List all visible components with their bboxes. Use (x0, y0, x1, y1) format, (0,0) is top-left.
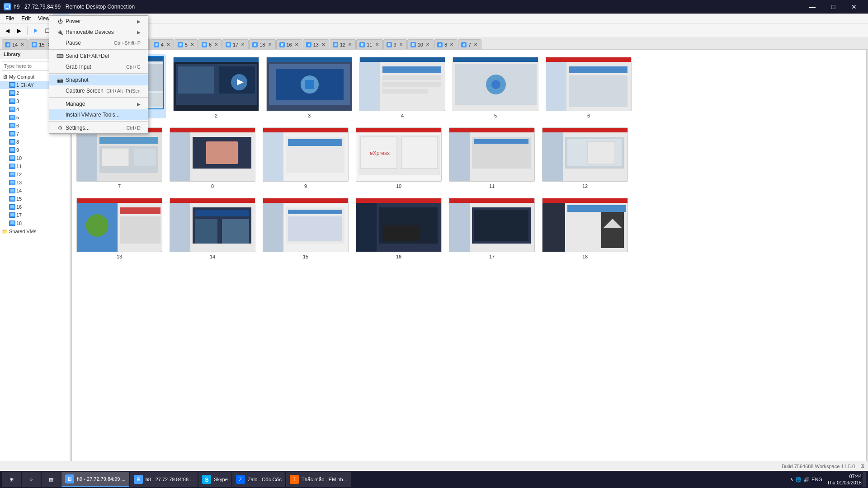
menu-settings[interactable]: ⚙ Settings... Ctrl+D (49, 122, 148, 133)
tab-close-17[interactable]: ✕ (240, 42, 245, 47)
svg-rect-2 (6, 9, 9, 9)
maximize-button[interactable]: □ (823, 0, 844, 14)
task-view-button[interactable]: ▦ (42, 472, 61, 487)
tab-13[interactable]: 🖥 13 ✕ (303, 39, 329, 49)
tab-14[interactable]: 🖥 14 ✕ (2, 39, 28, 49)
tab-8[interactable]: 🖥 8 ✕ (434, 39, 458, 49)
tab-5[interactable]: 🖥 5 ✕ (175, 39, 198, 49)
tree-item-8[interactable]: 8 (0, 138, 70, 146)
tab-close-14[interactable]: ✕ (19, 42, 25, 47)
vm-card-7[interactable]: 7 (76, 127, 162, 189)
vm-thumb-4 (359, 57, 445, 111)
taskbar-app-h8[interactable]: 🖥 h8 - 27.72.79.84:88 ... (130, 472, 198, 487)
vm-card-5[interactable]: 5 (453, 57, 538, 118)
tree-item-15[interactable]: 15 (0, 195, 70, 203)
taskbar-app-zalo[interactable]: Z Zalo - Cốc Cốc (232, 472, 285, 487)
tab-close-5[interactable]: ✕ (189, 42, 195, 47)
menu-grab-input[interactable]: Grab Input Ctrl+G (49, 61, 148, 72)
tray-arrow[interactable]: ∧ (790, 477, 793, 483)
menu-snapshot[interactable]: 📷 Snapshot (49, 75, 148, 85)
tree-item-11[interactable]: 11 (0, 162, 70, 170)
svg-rect-77 (449, 128, 535, 132)
tab-close-10[interactable]: ✕ (425, 42, 430, 47)
vm-card-10[interactable]: eXpress 10 (356, 127, 442, 189)
tab-6[interactable]: 🖥 6 ✕ (198, 39, 222, 49)
menu-removable-devices[interactable]: 🔌 Removable Devices ▶ (49, 27, 148, 38)
menu-send-cad[interactable]: ⌨ Send Ctrl+Alt+Del (49, 51, 148, 61)
vm-card-8[interactable]: 8 (170, 127, 255, 189)
menu-power[interactable]: ⏻ Power ▶ (49, 16, 148, 27)
tab-close-8[interactable]: ✕ (449, 42, 454, 47)
tab-icon-16: 🖥 (279, 42, 285, 47)
taskbar-app-h9[interactable]: 🖥 h9 - 27.72.79.84:99 ... (61, 472, 129, 487)
close-button[interactable]: ✕ (844, 0, 864, 14)
vm-label-5: 5 (494, 113, 497, 118)
menu-file[interactable]: File (2, 14, 18, 23)
vm-card-2[interactable]: 2 (173, 57, 259, 118)
tab-close-6[interactable]: ✕ (213, 42, 219, 47)
menu-capture-screen[interactable]: Capture Screen Ctrl+Alt+PrtScn (49, 85, 148, 96)
tab-close-12[interactable]: ✕ (347, 42, 353, 47)
tab-10[interactable]: 🖥 10 ✕ (407, 39, 434, 49)
tree-item-13[interactable]: 13 (0, 178, 70, 187)
search-button[interactable]: ○ (22, 472, 41, 487)
tab-close-4[interactable]: ✕ (165, 42, 171, 47)
tree-label-16: 16 (16, 204, 22, 210)
vm-icon-7 (9, 131, 15, 137)
vm-card-13[interactable]: 13 (76, 198, 162, 259)
vm-card-12[interactable]: 12 (542, 127, 628, 189)
tab-close-18[interactable]: ✕ (267, 42, 273, 47)
menu-manage[interactable]: Manage ▶ (49, 99, 148, 109)
taskbar-app-skype[interactable]: S Skype (198, 472, 231, 487)
vm-card-16[interactable]: 16 (356, 198, 442, 259)
toolbar-back[interactable]: ◀ (2, 25, 13, 36)
taskbar-app-thacmac[interactable]: T Thắc mắc - EM nh... (286, 472, 351, 487)
tree-item-14[interactable]: 14 (0, 187, 70, 195)
tab-4[interactable]: 🖥 4 ✕ (151, 39, 174, 49)
tree-label-8: 8 (16, 139, 19, 145)
tree-item-9[interactable]: 9 (0, 146, 70, 154)
tree-item-18[interactable]: 18 (0, 219, 70, 227)
tab-12[interactable]: 🖥 12 ✕ (330, 39, 356, 49)
tab-17[interactable]: 🖥 17 ✕ (222, 39, 249, 49)
tab-close-11[interactable]: ✕ (374, 42, 380, 47)
system-clock[interactable]: 07:44 Thu 01/03/2018 (827, 473, 862, 486)
tab-18[interactable]: 🖥 18 ✕ (249, 39, 275, 49)
vm-card-9[interactable]: 9 (263, 127, 349, 189)
tab-close-7[interactable]: ✕ (473, 42, 478, 47)
tab-9[interactable]: 🖥 9 ✕ (383, 39, 407, 49)
tab-close-13[interactable]: ✕ (321, 42, 326, 47)
vm-card-11[interactable]: 11 (449, 127, 535, 189)
menu-edit[interactable]: Edit (18, 14, 34, 23)
tree-item-shared[interactable]: 📁 Shared VMs (0, 227, 70, 235)
tree-item-17[interactable]: 17 (0, 211, 70, 219)
start-button[interactable]: ⊞ (2, 472, 21, 487)
tab-7[interactable]: 🖥 7 ✕ (458, 39, 481, 49)
vm-card-6[interactable]: 6 (546, 57, 632, 118)
shared-icon: 📁 (2, 228, 8, 235)
vm-card-4[interactable]: 4 (359, 57, 445, 118)
tab-16[interactable]: 🖥 16 ✕ (276, 39, 302, 49)
vm-card-17[interactable]: 17 (449, 198, 535, 259)
taskbar-icon-thacmac: T (290, 475, 299, 484)
title-bar-left: h9 - 27.72.79.84:99 - Remote Desktop Con… (4, 3, 135, 10)
tree-item-10[interactable]: 10 (0, 154, 70, 162)
menu-install-tools[interactable]: Install VMware Tools... (49, 109, 148, 120)
show-desktop-button[interactable] (863, 472, 866, 487)
vm-card-3[interactable]: 3 (266, 57, 352, 118)
tab-11[interactable]: 🖥 11 ✕ (356, 39, 382, 49)
tree-item-16[interactable]: 16 (0, 203, 70, 211)
tree-item-12[interactable]: 12 (0, 170, 70, 178)
minimize-button[interactable]: — (802, 0, 823, 14)
resize-handle-right[interactable] (866, 50, 868, 471)
vm-card-18[interactable]: 18 (542, 198, 628, 259)
vm-card-14[interactable]: 14 (170, 198, 255, 259)
toolbar-forward[interactable]: ▶ (14, 25, 24, 36)
menu-pause[interactable]: Pause Ctrl+Shift+P (49, 38, 148, 48)
tree-label-15: 15 (16, 196, 22, 202)
vm-card-15[interactable]: 15 (263, 198, 349, 259)
tab-close-16[interactable]: ✕ (294, 42, 299, 47)
tray-network: 🌐 (795, 477, 802, 483)
tab-close-9[interactable]: ✕ (398, 42, 404, 47)
toolbar-poweron[interactable] (30, 25, 41, 36)
